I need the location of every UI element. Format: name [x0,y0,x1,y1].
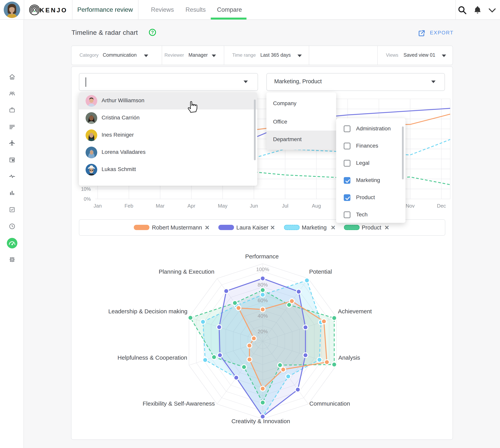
svg-text:20%: 20% [258,329,268,335]
svg-text:Communication: Communication [309,400,350,407]
svg-text:Jun: Jun [250,203,258,209]
svg-text:80%: 80% [258,282,268,288]
svg-text:Analysis: Analysis [338,354,360,361]
svg-text:Potential: Potential [309,268,332,275]
svg-text:Apr: Apr [187,203,196,209]
svg-text:Leadership & Decision making: Leadership & Decision making [108,308,187,315]
svg-text:Helpfulness & Cooperation: Helpfulness & Cooperation [118,354,187,361]
svg-text:Flexibility & Self-Awareness: Flexibility & Self-Awareness [143,400,215,407]
svg-text:60%: 60% [258,298,268,303]
svg-text:Creativity & Innovation: Creativity & Innovation [231,418,290,424]
svg-text:100%: 100% [256,266,269,272]
svg-text:Aug: Aug [312,203,321,209]
svg-text:Mar: Mar [156,203,165,209]
svg-text:Achievement: Achievement [338,308,372,315]
svg-text:Jan: Jan [93,203,102,209]
svg-text:Feb: Feb [125,203,133,209]
svg-text:Nov: Nov [406,203,415,209]
svg-text:0%: 0% [84,196,91,202]
svg-text:Performance: Performance [245,253,279,260]
svg-text:10%: 10% [81,186,91,192]
svg-text:40%: 40% [258,313,268,319]
svg-text:Dec: Dec [437,203,446,209]
svg-text:Planning & Execution: Planning & Execution [159,268,214,275]
svg-text:May: May [218,203,227,209]
svg-text:Jul: Jul [282,203,288,209]
